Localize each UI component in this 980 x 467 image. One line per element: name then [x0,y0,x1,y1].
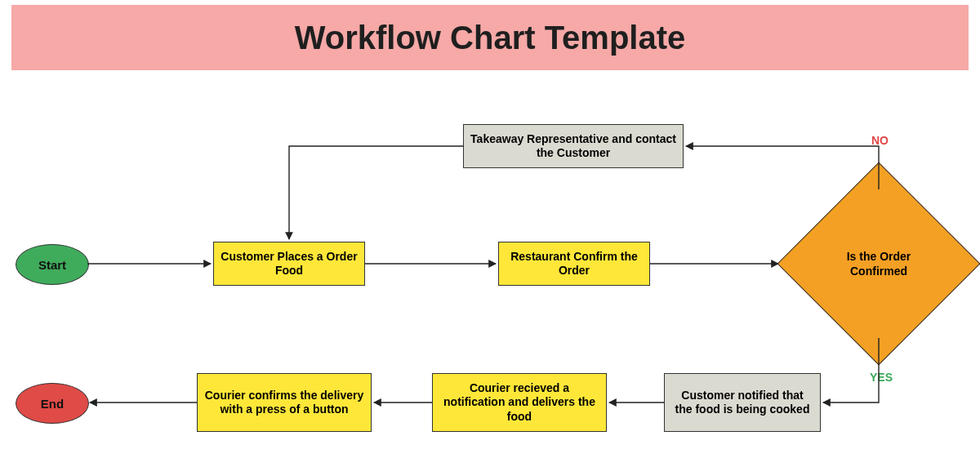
process-courier-confirm: Courier confirms the delivery with a pre… [197,373,372,432]
process-notify-cooking: Customer notified that the food is being… [664,373,821,432]
diagram-title: Workflow Chart Template [295,20,686,56]
end-node: End [16,383,89,424]
diagram-canvas: Workflow Chart Template Start Customer P… [0,0,980,467]
start-node: Start [16,244,89,285]
edge-no-loop [289,146,463,239]
title-bar: Workflow Chart Template [11,5,969,70]
process-no-branch: Takeaway Representative and contact the … [463,124,684,168]
decision-label: Is the Order Confirmed [807,192,951,336]
process-courier-receive: Courier recieved a notification and deli… [432,373,607,432]
end-label: End [41,397,64,411]
edge-decision-no [686,146,879,189]
process-place-order-label: Customer Places a Order Food [220,250,358,278]
process-place-order: Customer Places a Order Food [213,242,365,286]
branch-label-yes: YES [870,371,893,384]
decision-node: Is the Order Confirmed [807,192,951,336]
process-restaurant-confirm-label: Restaurant Confirm the Order [506,250,643,278]
process-notify-cooking-label: Customer notified that the food is being… [671,389,813,417]
branch-label-no: NO [871,134,889,147]
process-restaurant-confirm: Restaurant Confirm the Order [498,242,650,286]
process-courier-confirm-label: Courier confirms the delivery with a pre… [204,389,364,417]
process-no-branch-label: Takeaway Representative and contact the … [470,132,676,161]
process-courier-receive-label: Courier recieved a notification and deli… [439,381,599,425]
start-label: Start [38,258,66,272]
